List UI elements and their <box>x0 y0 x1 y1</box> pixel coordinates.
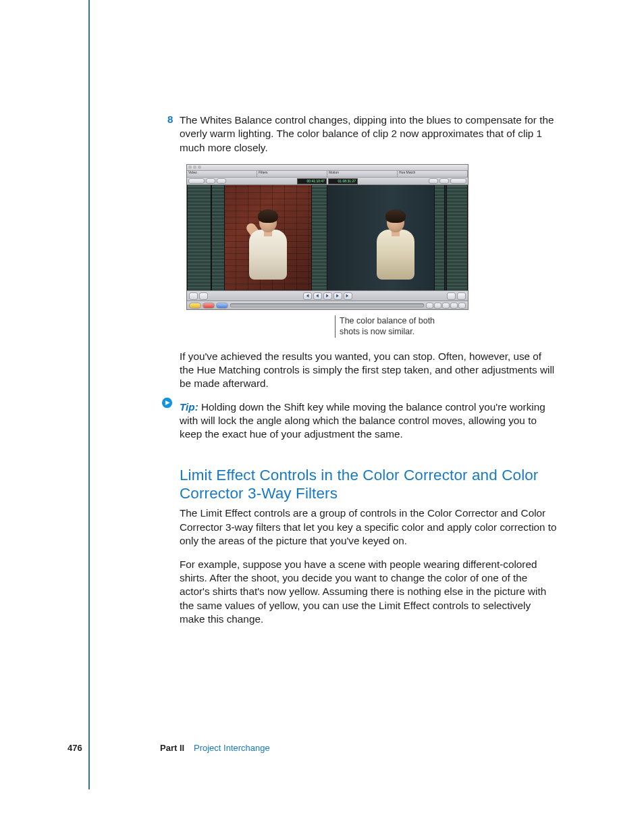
timecode-right[interactable]: 01:08:31:27 <box>328 178 358 184</box>
figure-screenshot: Video Filters Motion Hue Match 00:41:10:… <box>186 164 467 338</box>
go-start-button[interactable] <box>303 292 312 300</box>
scrub-bar <box>187 301 468 309</box>
paragraph-after-figure: If you've achieved the results you wante… <box>180 350 558 391</box>
page-number: 476 <box>68 743 82 753</box>
step-back-button[interactable] <box>313 292 322 300</box>
viewer-tabs: Video Filters Motion Hue Match <box>187 171 468 178</box>
clip-1-pane <box>187 185 328 290</box>
play-around-button[interactable] <box>457 292 466 300</box>
loop-button[interactable] <box>447 292 456 300</box>
layout-popup[interactable] <box>206 178 215 184</box>
viewer-window: Video Filters Motion Hue Match 00:41:10:… <box>186 164 468 310</box>
tip-label: Tip: <box>180 401 198 413</box>
jog-left-button[interactable] <box>426 303 433 309</box>
tab-filters[interactable]: Filters <box>257 171 327 178</box>
window-traffic-lights <box>188 165 201 170</box>
match-hue-mids-button[interactable] <box>203 303 215 309</box>
figure-callout: The color balance of both shots is now s… <box>335 315 454 338</box>
toolbar-button-a[interactable] <box>429 178 438 184</box>
margin-rule <box>88 0 90 789</box>
tab-video[interactable]: Video <box>187 171 257 178</box>
content-column: The Whites Balance control changes, dipp… <box>180 113 558 635</box>
jog-b-button[interactable] <box>450 303 458 309</box>
match-hue-blacks-button[interactable] <box>216 303 228 309</box>
tip-icon <box>161 397 173 409</box>
tab-hue-match[interactable]: Hue Match <box>398 171 468 178</box>
part-label: Part II <box>160 743 184 753</box>
tip-paragraph: Tip: Holding down the Shift key while mo… <box>180 400 558 442</box>
shuttle-slider[interactable] <box>230 303 424 307</box>
tab-motion[interactable]: Motion <box>327 171 398 178</box>
play-button[interactable] <box>323 292 332 300</box>
transport-bar <box>187 290 468 301</box>
toolbar-button-b[interactable] <box>439 178 449 184</box>
step-number: 8 <box>167 113 173 125</box>
viewer-toolbar: 00:41:10:47 01:08:31:27 <box>187 178 468 185</box>
section-heading: Limit Effect Controls in the Color Corre… <box>180 466 558 503</box>
step-text: The Whites Balance control changes, dipp… <box>180 113 558 155</box>
jog-right-button[interactable] <box>434 303 441 309</box>
view-popup[interactable] <box>217 178 226 184</box>
step-fwd-button[interactable] <box>333 292 342 300</box>
zoom-popup[interactable] <box>188 178 205 184</box>
window-titlebar <box>187 165 468 171</box>
mark-out-button[interactable] <box>199 292 208 300</box>
jog-a-button[interactable] <box>442 303 450 309</box>
go-end-button[interactable] <box>344 292 352 300</box>
mark-in-button[interactable] <box>189 292 198 300</box>
jog-c-button[interactable] <box>458 303 466 309</box>
toolbar-button-c[interactable] <box>450 178 466 184</box>
section-paragraph-2: For example, suppose you have a scene wi… <box>180 558 558 627</box>
tip-text: Holding down the Shift key while moving … <box>180 401 545 440</box>
match-hue-whites-button[interactable] <box>189 303 201 309</box>
clip-2-pane <box>328 185 468 290</box>
timecode-left[interactable]: 00:41:10:47 <box>297 178 327 184</box>
video-panes <box>187 185 468 290</box>
section-paragraph-1: The Limit Effect controls are a group of… <box>180 506 558 548</box>
part-name: Project Interchange <box>194 743 270 753</box>
